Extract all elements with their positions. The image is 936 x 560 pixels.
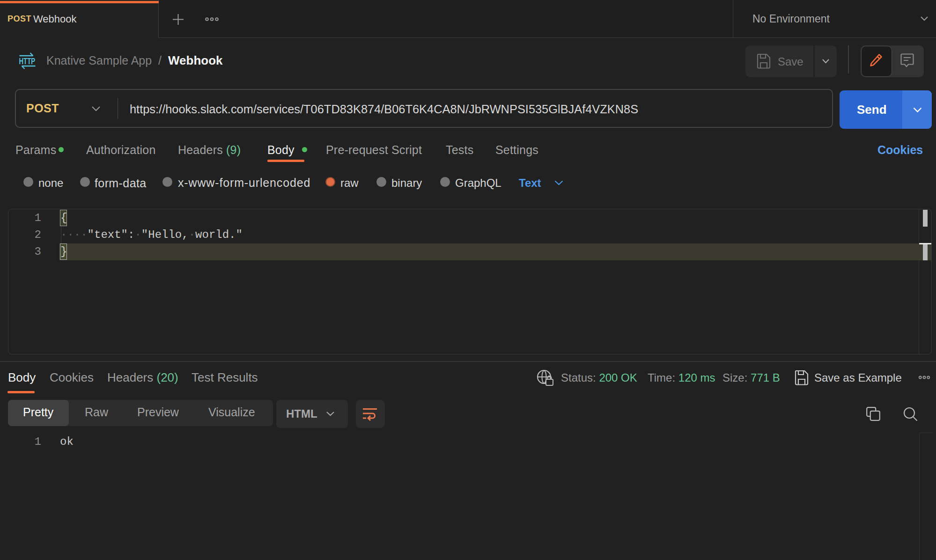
svg-text:HTTP: HTTP	[19, 57, 36, 66]
